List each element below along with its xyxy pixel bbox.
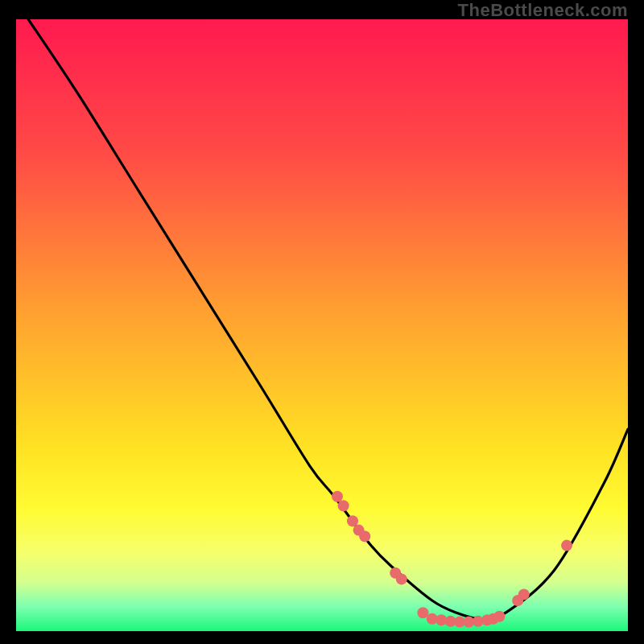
data-point [347,515,358,526]
data-point [493,611,505,622]
chart-gradient-background [16,19,628,631]
data-point [332,491,343,502]
data-point [417,607,428,618]
bottleneck-chart [16,19,628,631]
data-point [518,588,530,600]
data-point [359,530,370,542]
data-point [561,540,572,551]
chart-frame [16,19,628,631]
watermark-label: TheBottleneck.com [458,0,628,21]
data-point [396,573,407,584]
data-point [338,500,349,511]
